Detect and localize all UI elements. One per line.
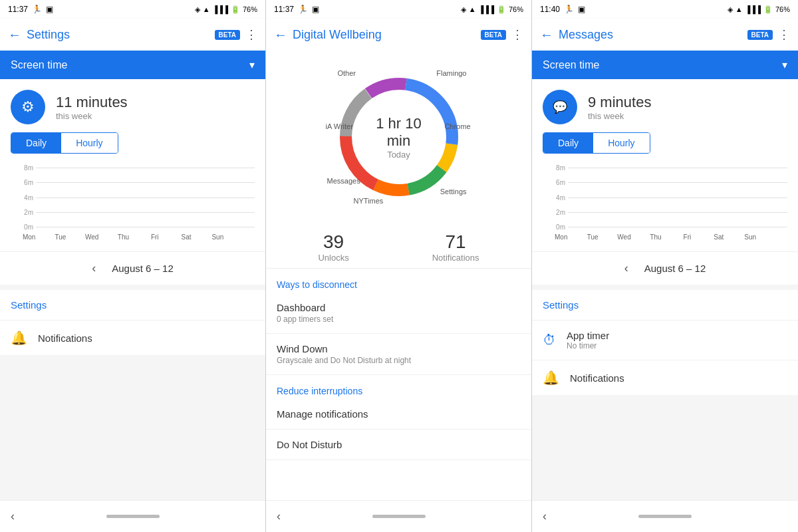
expand-icon-3[interactable]: ▾	[782, 59, 787, 71]
back-button-2[interactable]: ←	[274, 27, 287, 43]
settings-section-3: Settings ⏱ App timer No timer 🔔 Notifica…	[532, 290, 798, 395]
prev-week-button-3[interactable]: ‹	[624, 261, 628, 275]
activity-icon-3: 🏃	[564, 5, 574, 14]
stats-row: 39 Unlocks 71 Notifications	[266, 226, 531, 269]
cast-icon-3: ▣	[578, 5, 585, 14]
day-labels-3: Mon Tue Wed Thu Fri Sat Sun	[543, 233, 769, 241]
bar-chart-3: 8m 6m 4m 2m 0m	[543, 164, 787, 231]
dnd-title: Do Not Disturb	[277, 439, 521, 450]
status-right-1: ◈ ▲ ▐▐▐ 🔋 76%	[195, 5, 257, 14]
manage-notif-item[interactable]: Manage notifications	[266, 399, 531, 430]
battery-icon-1: 🔋	[231, 5, 240, 14]
status-right-3: ◈ ▲ ▐▐▐ 🔋 76%	[728, 5, 790, 14]
time-2: 11:37	[274, 5, 294, 14]
settings-link-3[interactable]: Settings	[532, 290, 798, 320]
wifi-icon-3: ▲	[735, 5, 743, 13]
dashboard-title: Dashboard	[277, 302, 521, 313]
donut-sub: Today	[362, 150, 436, 160]
battery-pct-1: 76%	[243, 5, 257, 13]
notifications-label-1: Notifications	[38, 332, 92, 344]
prev-week-button-1[interactable]: ‹	[92, 261, 96, 275]
beta-badge-1: BETA	[215, 30, 240, 40]
donut-label-settings: Settings	[440, 188, 467, 196]
dashboard-item[interactable]: Dashboard 0 app timers set	[266, 293, 531, 334]
beta-badge-2: BETA	[481, 30, 506, 40]
dnd-item[interactable]: Do Not Disturb	[266, 430, 531, 460]
back-button-3[interactable]: ←	[540, 27, 553, 43]
donut-label-chrome: Chrome	[444, 122, 470, 130]
screen-time-label-3: Screen time	[543, 59, 599, 71]
hourly-button-1[interactable]: Hourly	[61, 133, 117, 153]
bars-container-3	[543, 171, 769, 231]
beta-badge-3: BETA	[747, 30, 773, 40]
daily-button-1[interactable]: Daily	[11, 133, 61, 153]
time-value-3: 9 minutes	[588, 94, 651, 111]
bar-chart-1: 8m 6m 4m 2m 0m	[11, 164, 255, 231]
bottom-back-2[interactable]: ‹	[277, 509, 281, 523]
dashboard-sub: 0 app timers set	[277, 315, 521, 324]
expand-icon-1[interactable]: ▾	[249, 59, 255, 71]
signal-icon-3: ▐▐▐	[745, 5, 761, 13]
status-left-2: 11:37 🏃 ▣	[274, 5, 319, 14]
cast-icon-1: ▣	[46, 5, 53, 14]
app-timer-label-3: App timer	[567, 330, 609, 341]
vibrate-icon-1: ◈	[195, 5, 200, 14]
screen-time-label-1: Screen time	[11, 59, 67, 71]
notifications-label-3: Notifications	[570, 372, 624, 384]
date-range-1: August 6 – 12	[112, 263, 174, 274]
app-icon-messages: 💬	[543, 90, 577, 124]
bottom-back-3[interactable]: ‹	[543, 509, 547, 523]
donut-label-iawriter: iA Writer	[326, 122, 353, 130]
donut-label-messages: Messages	[327, 177, 360, 185]
notifications-block: 71 Notifications	[432, 231, 479, 263]
menu-dots-3[interactable]: ⋮	[778, 27, 790, 42]
ways-to-disconnect-header[interactable]: Ways to disconnect	[266, 269, 531, 293]
status-left-1: 11:37 🏃 ▣	[8, 5, 53, 14]
activity-icon-2: 🏃	[298, 5, 308, 14]
bottom-back-1[interactable]: ‹	[11, 509, 15, 523]
app-icon-settings: ⚙	[11, 90, 45, 124]
vibrate-icon-3: ◈	[728, 5, 733, 14]
unlocks-label: Unlocks	[318, 253, 348, 263]
wifi-icon-2: ▲	[469, 5, 476, 13]
settings-link-1[interactable]: Settings	[0, 290, 265, 320]
topbar-2: ← Digital Wellbeing BETA ⋮	[266, 19, 531, 51]
hourly-button-3[interactable]: Hourly	[593, 133, 649, 153]
bottom-bar-2: ‹	[266, 500, 531, 532]
settings-section-1: Settings 🔔 Notifications	[0, 290, 265, 355]
winddown-title: Wind Down	[277, 343, 521, 354]
status-right-2: ◈ ▲ ▐▐▐ 🔋 76%	[461, 5, 523, 14]
manage-notif-title: Manage notifications	[277, 408, 521, 420]
donut-center: 1 hr 10 min Today	[362, 115, 436, 160]
winddown-item[interactable]: Wind Down Grayscale and Do Not Disturb a…	[266, 334, 531, 375]
battery-pct-2: 76%	[509, 5, 523, 13]
notifications-item-1[interactable]: 🔔 Notifications	[0, 320, 265, 355]
battery-icon-3: 🔋	[763, 5, 773, 14]
home-pill-1	[106, 515, 160, 518]
app-timer-info-3: App timer No timer	[567, 330, 609, 350]
menu-dots-2[interactable]: ⋮	[511, 27, 523, 42]
panel-digital-wellbeing: 11:37 🏃 ▣ ◈ ▲ ▐▐▐ 🔋 76% ← Digital Wellbe…	[266, 0, 532, 532]
signal-icon-1: ▐▐▐	[213, 5, 228, 13]
reduce-interruptions-header[interactable]: Reduce interruptions	[266, 375, 531, 399]
topbar-title-1: Settings	[27, 28, 209, 42]
back-button-1[interactable]: ←	[8, 27, 21, 43]
daily-button-3[interactable]: Daily	[543, 133, 593, 153]
donut-label-other: Other	[338, 69, 356, 77]
screen-time-content-3: 💬 9 minutes this week Daily Hourly 8m 6m…	[532, 79, 798, 251]
donut-container: 1 hr 10 min Today Other Flamingo iA Writ…	[266, 51, 531, 226]
status-left-3: 11:40 🏃 ▣	[540, 5, 585, 14]
donut-wrapper: 1 hr 10 min Today Other Flamingo iA Writ…	[326, 64, 472, 210]
notifications-count: 71	[432, 231, 479, 253]
topbar-title-3: Messages	[559, 28, 742, 42]
winddown-sub: Grayscale and Do Not Disturb at night	[277, 356, 521, 365]
wifi-icon-1: ▲	[203, 5, 210, 13]
screen-time-content-1: ⚙ 11 minutes this week Daily Hourly 8m 6…	[0, 79, 265, 251]
topbar-title-2: Digital Wellbeing	[293, 28, 475, 42]
menu-dots-1[interactable]: ⋮	[245, 27, 257, 42]
bottom-bar-3: ‹	[532, 500, 798, 532]
app-timer-item-3[interactable]: ⏱ App timer No timer	[532, 320, 798, 360]
donut-label-flamingo: Flamingo	[436, 69, 466, 77]
notifications-item-3[interactable]: 🔔 Notifications	[532, 360, 798, 395]
signal-icon-2: ▐▐▐	[479, 5, 494, 13]
